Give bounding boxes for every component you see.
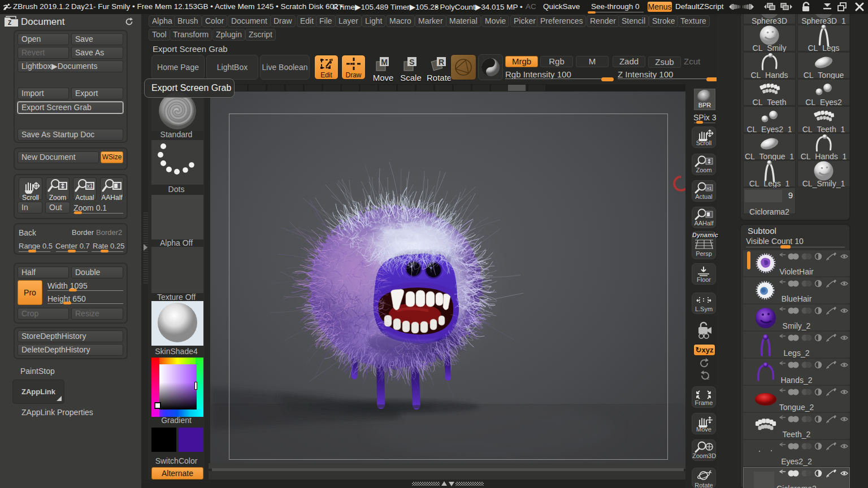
svg-text:Z: Z (8, 20, 11, 26)
svg-text:M: M (381, 58, 388, 67)
svg-text:x1: x1 (87, 183, 93, 189)
svg-text:x1: x1 (707, 186, 712, 191)
svg-text:2: 2 (707, 376, 710, 381)
svg-text:R: R (439, 58, 444, 67)
svg-text:S: S (409, 58, 414, 67)
svg-text:BPR: BPR (698, 102, 711, 108)
